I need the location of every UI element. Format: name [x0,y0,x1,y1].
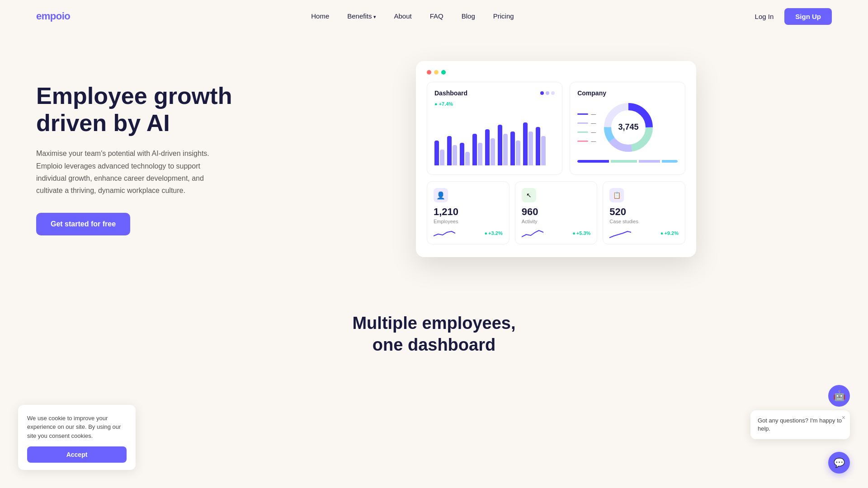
activity-sparkline [522,228,543,239]
bar-group [434,141,444,165]
stat-card-employees: 👤 1,210 Employees +3.2% [427,181,509,244]
bar-light [541,136,546,165]
hero-visual: Dashboard +7.4% [280,61,832,257]
nav-links: Home Benefits About FAQ Blog Pricing [311,12,514,20]
navbar: empoio Home Benefits About FAQ Blog Pric… [0,0,868,33]
case-studies-label: Case studies [609,219,679,224]
section-2-title: Multiple employees, one dashboard [36,313,832,356]
bar-dark [472,134,477,165]
legend-label-2: — [591,120,596,126]
legend-line-4 [577,141,588,142]
dot-light-purple [546,91,549,95]
bar-dark [434,141,439,165]
nav-blog[interactable]: Blog [462,12,475,20]
chat-open-button[interactable]: 💬 [828,452,850,474]
chat-avatar: 🤖 [828,385,850,407]
chat-bubble: × Got any questions? I'm happy to help. [750,410,850,439]
dashboard-card: Dashboard +7.4% [427,82,562,175]
activity-bottom: +5.3% [522,228,591,239]
activity-icon-wrap: ↖ [522,188,536,202]
bar-light [478,143,482,165]
legend-item-1: — [577,111,596,117]
donut-wrap: — — — — [577,100,678,155]
company-card-header: Company [577,89,678,97]
nav-home[interactable]: Home [311,12,329,20]
legend-label-1: — [591,111,596,117]
case-studies-icon: 📋 [613,192,621,199]
bar-group [472,134,482,165]
bar-dark [498,125,502,165]
employees-label: Employees [434,219,503,224]
case-studies-icon-wrap: 📋 [609,188,624,202]
nav-faq[interactable]: FAQ [430,12,443,20]
case-studies-sparkline [609,228,631,239]
mockup-top-row: Dashboard +7.4% [427,82,685,175]
bar-light [528,131,533,165]
bar-light [440,150,444,165]
bar-chart [434,113,555,167]
activity-icon: ↖ [526,192,532,199]
dot-green [441,70,446,75]
activity-change: +5.3% [572,230,590,236]
donut-chart: 3,745 [601,100,656,155]
employees-number: 1,210 [434,206,503,218]
bar-dark [523,122,528,165]
bar-group [510,131,520,165]
nav-about[interactable]: About [394,12,412,20]
dashboard-badge: +7.4% [434,99,555,108]
case-studies-change: +9.2% [660,230,679,236]
stat-cards-row: 👤 1,210 Employees +3.2% ↖ [427,181,685,244]
employees-sparkline [434,228,455,239]
legend-line-1 [577,113,588,115]
company-legend-bar [577,160,678,163]
dashboard-card-header: Dashboard [434,89,555,97]
hero-title: Employee growth driven by AI [36,83,253,137]
login-button[interactable]: Log In [755,13,774,20]
chat-icon: 💬 [834,457,845,468]
dashboard-card-dots [540,91,555,95]
legend-label-3: — [591,129,596,135]
bar-light [516,141,520,165]
cookie-text: We use cookie to improve your experience… [27,414,127,441]
bar-light [465,152,470,165]
chat-close-button[interactable]: × [842,414,845,421]
donut-value: 3,745 [618,122,639,131]
legend-item-3: — [577,129,596,135]
nav-pricing[interactable]: Pricing [493,12,514,20]
bar-dark [510,131,515,165]
signup-button[interactable]: Sign Up [784,8,832,25]
dot-yellow [434,70,439,75]
dot-lighter-purple [551,91,555,95]
hero-description: Maximise your team's potential with AI-d… [36,147,226,197]
logo-highlight: o [56,10,62,22]
chat-avatar-row: 🤖 [750,385,850,407]
company-card-title: Company [577,89,606,97]
cookie-accept-button[interactable]: Accept [27,446,127,463]
bar-group [460,143,470,165]
activity-label: Activity [522,219,591,224]
nav-right: Log In Sign Up [755,8,832,25]
legend-bar-3 [639,160,660,163]
legend-bar-2 [611,160,637,163]
legend-item-2: — [577,120,596,126]
logo[interactable]: empoio [36,10,70,22]
bar-light [453,145,457,165]
case-studies-number: 520 [609,206,679,218]
nav-benefits[interactable]: Benefits [347,12,376,20]
bar-group [485,129,495,165]
cta-button[interactable]: Get started for free [36,213,130,235]
hero-text-block: Employee growth driven by AI Maximise yo… [36,83,253,235]
section-2: Multiple employees, one dashboard [0,286,868,374]
dashboard-card-title: Dashboard [434,89,467,97]
donut-legend: — — — — [577,111,596,144]
mockup-topbar [427,70,685,75]
case-studies-bottom: +9.2% [609,228,679,239]
employees-icon-wrap: 👤 [434,188,448,202]
chat-widget: 🤖 × Got any questions? I'm happy to help… [750,385,850,443]
bar-dark [485,129,490,165]
bar-group [536,127,546,165]
dot-purple [540,91,544,95]
chat-message: Got any questions? I'm happy to help. [758,417,842,432]
stat-card-activity: ↖ 960 Activity +5.3% [515,181,598,244]
dot-red [427,70,431,75]
